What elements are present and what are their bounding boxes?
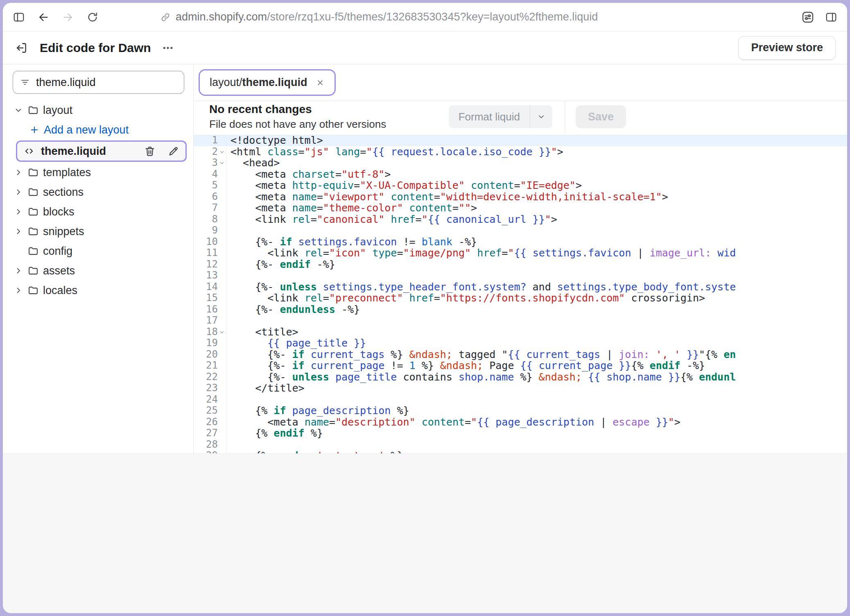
code-line-text: <link rel="canonical" href="{{ canonical…: [226, 214, 557, 225]
line-number: 29: [194, 450, 226, 453]
code-line-text: <meta name="description" content="{{ pag…: [226, 417, 680, 428]
code-line-text: <meta http-equiv="X-UA-Compatible" conte…: [226, 180, 582, 191]
page-settings-button[interactable]: [801, 11, 814, 24]
tree-item-assets[interactable]: assets: [9, 261, 188, 281]
exit-editor-button[interactable]: [14, 41, 28, 55]
tree-item-snippets[interactable]: snippets: [9, 222, 188, 241]
chevron-right-icon[interactable]: [14, 285, 23, 295]
sidebar-toggle-button[interactable]: [13, 11, 25, 23]
line-number: 1: [194, 135, 226, 146]
link-icon: [160, 12, 171, 23]
chevron-down-icon[interactable]: [219, 149, 225, 155]
code-line-11[interactable]: 11 <link rel="icon" type="image/png" hre…: [194, 247, 847, 259]
code-line-19[interactable]: 19 {{ page_title }}: [194, 337, 847, 349]
tree-item-blocks[interactable]: blocks: [9, 202, 188, 222]
code-line-2[interactable]: 2<html class="js" lang="{{ request.local…: [194, 146, 847, 158]
tab-close-button[interactable]: [316, 78, 325, 87]
format-dropdown-button[interactable]: [530, 105, 552, 128]
folder-icon: [27, 285, 39, 296]
status-title: No recent changes: [209, 103, 386, 116]
back-button[interactable]: [37, 11, 50, 23]
chevron-down-icon[interactable]: [14, 105, 23, 115]
ellipsis-icon: [162, 42, 174, 54]
rename-file-button[interactable]: [167, 145, 180, 157]
chevron-right-icon[interactable]: [14, 207, 23, 217]
code-line-text: {% endif %}: [226, 428, 323, 439]
code-line-24[interactable]: 24: [194, 394, 847, 405]
reload-button[interactable]: [86, 11, 99, 23]
plus-icon: [29, 125, 40, 135]
code-icon: [23, 145, 35, 157]
chevron-right-icon[interactable]: [14, 168, 23, 177]
add-layout-button[interactable]: Add a new layout: [9, 120, 188, 140]
tree-item-sections[interactable]: sections: [9, 182, 188, 202]
code-line-6[interactable]: 6 <meta name="viewport" content="width=d…: [194, 191, 847, 203]
tree-item-templates[interactable]: templates: [9, 163, 188, 182]
code-line-17[interactable]: 17: [194, 315, 847, 326]
code-line-8[interactable]: 8 <link rel="canonical" href="{{ canonic…: [194, 214, 847, 225]
tab-bar: layout/theme.liquid: [194, 64, 847, 101]
code-line-18[interactable]: 18 <title>: [194, 326, 847, 338]
url-path: /store/rzq1xu-f5/themes/132683530345?key…: [267, 11, 598, 23]
delete-file-button[interactable]: [144, 145, 156, 157]
code-line-16[interactable]: 16 {%- endunless -%}: [194, 304, 847, 315]
tree-item-theme-liquid[interactable]: theme.liquid: [16, 140, 187, 162]
code-line-22[interactable]: 22 {%- unless page_title contains shop.n…: [194, 371, 847, 383]
code-line-21[interactable]: 21 {%- if current_page != 1 %} &ndash; P…: [194, 360, 847, 371]
code-line-28[interactable]: 28: [194, 439, 847, 451]
more-menu-button[interactable]: [162, 42, 174, 54]
tab-theme-liquid[interactable]: layout/theme.liquid: [201, 72, 333, 93]
line-number: 17: [194, 315, 226, 326]
code-line-15[interactable]: 15 <link rel="preconnect" href="https://…: [194, 292, 847, 304]
code-line-text: [226, 439, 231, 451]
code-line-10[interactable]: 10 {%- if settings.favicon != blank -%}: [194, 236, 847, 248]
code-line-27[interactable]: 27 {% endif %}: [194, 428, 847, 439]
line-number: 21: [194, 360, 226, 371]
app-header: Edit code for Dawn Preview store: [3, 32, 847, 64]
format-liquid-button[interactable]: Format liquid: [449, 105, 530, 128]
code-line-29[interactable]: 29 {% render 'meta-tags' %}: [194, 450, 847, 453]
code-line-3[interactable]: 3 <head>: [194, 157, 847, 169]
code-line-7[interactable]: 7 <meta name="theme-color" content="">: [194, 202, 847, 214]
exit-icon: [14, 41, 28, 55]
code-line-9[interactable]: 9: [194, 225, 847, 236]
code-line-26[interactable]: 26 <meta name="description" content="{{ …: [194, 417, 847, 428]
code-line-5[interactable]: 5 <meta http-equiv="X-UA-Compatible" con…: [194, 180, 847, 191]
code-line-14[interactable]: 14 {%- unless settings.type_header_font.…: [194, 281, 847, 293]
chevron-right-icon[interactable]: [14, 266, 23, 276]
chevron-down-icon[interactable]: [219, 329, 225, 335]
editor-panel: layout/theme.liquid No recent changes Fi…: [194, 64, 847, 453]
tree-item-config[interactable]: config: [9, 241, 188, 261]
chevron-down-icon: [537, 112, 546, 121]
code-line-text: {%- endif -%}: [226, 259, 335, 270]
right-sidebar-toggle-button[interactable]: [825, 11, 837, 23]
folder-icon: [27, 167, 39, 178]
line-number: 24: [194, 394, 226, 405]
chevron-down-icon[interactable]: [219, 160, 225, 166]
page-title: Edit code for Dawn: [40, 41, 151, 55]
reload-icon: [86, 11, 99, 23]
forward-button[interactable]: [62, 11, 74, 23]
line-number: 23: [194, 383, 226, 394]
chevron-right-icon[interactable]: [14, 226, 23, 236]
preview-store-button[interactable]: Preview store: [738, 36, 836, 60]
code-editor[interactable]: 1<!doctype html>2<html class="js" lang="…: [194, 132, 847, 453]
code-line-20[interactable]: 20 {%- if current_tags %} &ndash; tagged…: [194, 349, 847, 360]
tree-item-locales[interactable]: locales: [9, 281, 188, 300]
code-line-13[interactable]: 13: [194, 270, 847, 281]
folder-icon: [27, 245, 39, 257]
code-line-23[interactable]: 23 </title>: [194, 383, 847, 394]
code-line-4[interactable]: 4 <meta charset="utf-8">: [194, 169, 847, 180]
version-status: No recent changes File does not have any…: [209, 103, 386, 131]
sidebar: theme.liquid layoutAdd a new layouttheme…: [3, 64, 194, 453]
code-line-12[interactable]: 12 {%- endif -%}: [194, 259, 847, 270]
chevron-right-icon[interactable]: [14, 187, 23, 197]
code-line-text: {% if page_description %}: [226, 405, 409, 417]
file-search-input[interactable]: theme.liquid: [13, 71, 184, 94]
address-bar[interactable]: admin.shopify.com/store/rzq1xu-f5/themes…: [160, 11, 598, 23]
code-line-25[interactable]: 25 {% if page_description %}: [194, 405, 847, 417]
folder-icon: [27, 104, 39, 116]
tree-item-layout[interactable]: layout: [9, 100, 188, 120]
save-button[interactable]: Save: [576, 105, 626, 128]
code-line-1[interactable]: 1<!doctype html>: [194, 135, 847, 146]
